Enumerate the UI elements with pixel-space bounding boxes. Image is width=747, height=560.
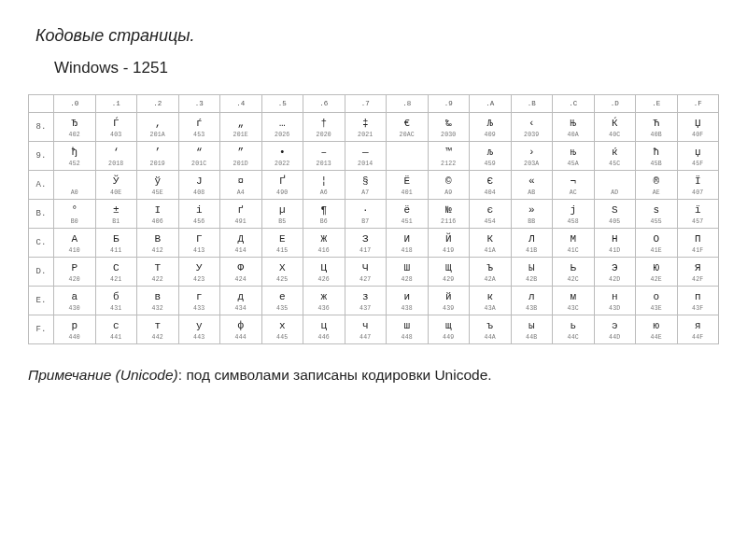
- code-cell: є454: [470, 200, 512, 229]
- page-title: Кодовые страницы.: [35, 26, 719, 46]
- code-cell: в432: [137, 287, 179, 315]
- col-header: .9: [428, 95, 470, 113]
- code-cell: ­AD: [594, 171, 636, 200]
- cell-char: Ю: [636, 263, 677, 274]
- cell-char: џ: [678, 147, 719, 159]
- code-cell: Ћ40B: [636, 113, 678, 142]
- cell-char: ё: [387, 205, 428, 217]
- code-cell: ©A9: [428, 171, 470, 200]
- cell-code: 41B: [512, 247, 553, 254]
- code-cell: ѕ455: [636, 200, 678, 229]
- cell-code: 459: [470, 161, 511, 167]
- cell-char: т: [137, 321, 178, 332]
- cell-code: 45B: [636, 161, 677, 167]
- cell-char: „: [220, 119, 261, 130]
- codepage-table: .0.1.2.3.4.5.6.7.8.9.A.B.C.D.E.F 8.Ђ402Ѓ…: [28, 94, 719, 344]
- code-cell: €20AC: [387, 113, 429, 142]
- code-cell: ·B7: [345, 200, 387, 229]
- code-cell: ѓ453: [178, 113, 220, 142]
- page-subtitle: Windows - 1251: [54, 59, 719, 77]
- code-cell: Ы42B: [511, 258, 553, 287]
- cell-char: Н: [595, 234, 636, 245]
- code-cell: ђ452: [54, 142, 96, 171]
- code-cell: Ќ40C: [594, 113, 636, 142]
- cell-code: 418: [387, 247, 428, 254]
- cell-char: Ї: [678, 176, 719, 188]
- cell-code: 434: [220, 305, 261, 312]
- code-cell: µB5: [261, 200, 303, 229]
- code-cell: к43A: [470, 287, 512, 315]
- code-cell: Е415: [261, 229, 303, 258]
- code-cell: Б411: [95, 229, 137, 258]
- cell-char: А: [54, 234, 95, 245]
- cell-code: 421: [96, 276, 137, 283]
- code-cell: ¦A6: [303, 171, 345, 200]
- row-header: B.: [29, 200, 54, 229]
- code-cell: §A7: [345, 171, 387, 200]
- cell-code: 437: [345, 305, 387, 312]
- cell-char: –: [303, 147, 345, 159]
- cell-code: 408: [179, 189, 220, 196]
- cell-char: ‹: [512, 119, 553, 130]
- code-cell: Ч427: [345, 258, 387, 287]
- cell-code: 453: [179, 132, 220, 138]
- code-cell: К41A: [470, 229, 512, 258]
- cell-char: Џ: [678, 119, 719, 130]
- cell-code: BB: [512, 218, 553, 225]
- cell-char: ™: [429, 147, 470, 159]
- cell-char: ­: [595, 176, 636, 188]
- cell-code: 41D: [595, 247, 636, 254]
- cell-char: М: [553, 234, 594, 245]
- cell-code: 41A: [470, 247, 511, 254]
- cell-char: ш: [387, 321, 428, 332]
- code-cell: Ђ402: [54, 113, 96, 142]
- cell-char: в: [137, 292, 178, 303]
- cell-code: 415: [262, 247, 303, 254]
- footnote: Примечание (Unicode): под символами запи…: [28, 367, 719, 384]
- code-cell: “201C: [178, 142, 220, 171]
- code-cell: Т422: [137, 258, 179, 287]
- cell-code: A6: [303, 189, 345, 196]
- cell-code: 458: [553, 218, 594, 225]
- code-cell: »BB: [511, 200, 553, 229]
- cell-char: Є: [470, 176, 511, 188]
- code-cell: д434: [220, 287, 262, 315]
- cell-char: µ: [262, 205, 303, 217]
- code-cell: Є404: [470, 171, 512, 200]
- code-cell: љ459: [470, 142, 512, 171]
- code-cell: у443: [178, 315, 220, 344]
- cell-char: с: [96, 321, 137, 332]
- cell-code: 411: [96, 247, 137, 254]
- code-cell: С421: [95, 258, 137, 287]
- code-cell: х445: [261, 315, 303, 344]
- col-header: .8: [387, 95, 429, 113]
- cell-code: 40B: [636, 132, 677, 138]
- cell-char: ы: [512, 321, 553, 332]
- cell-code: 43C: [553, 305, 594, 312]
- cell-code: 436: [303, 305, 345, 312]
- cell-char: Р: [54, 263, 95, 274]
- cell-code: 405: [595, 218, 636, 225]
- code-cell: ў45E: [137, 171, 179, 200]
- code-cell: Ѕ405: [594, 200, 636, 229]
- cell-char: ф: [220, 321, 261, 332]
- cell-code: 402: [54, 132, 95, 138]
- cell-code: 424: [220, 276, 261, 283]
- cell-code: 451: [387, 218, 428, 225]
- cell-code: 20AC: [387, 132, 428, 138]
- code-cell: Ш428: [387, 258, 429, 287]
- cell-char: ў: [137, 176, 178, 188]
- col-header: .F: [677, 95, 719, 113]
- cell-code: 44F: [678, 334, 719, 341]
- cell-code: 457: [678, 218, 719, 225]
- cell-code: 2020: [303, 132, 345, 138]
- code-cell: Џ40F: [677, 113, 719, 142]
- code-cell: Л41B: [511, 229, 553, 258]
- cell-code: 43E: [636, 305, 677, 312]
- code-cell: ‘2018: [95, 142, 137, 171]
- cell-char: н: [595, 292, 636, 303]
- cell-char: ґ: [220, 205, 261, 217]
- code-cell: ‡2021: [345, 113, 387, 142]
- col-header: .D: [594, 95, 636, 113]
- code-cell: ч447: [345, 315, 387, 344]
